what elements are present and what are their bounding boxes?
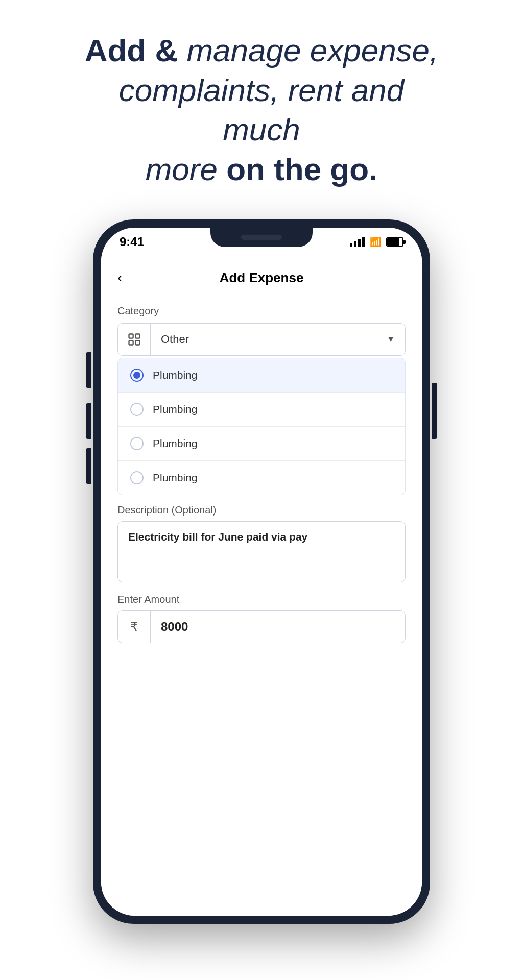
volume-up-button xyxy=(86,403,91,439)
svg-rect-2 xyxy=(129,340,133,345)
volume-down-button xyxy=(86,448,91,484)
description-label: Description (Optional) xyxy=(117,504,406,516)
category-label: Category xyxy=(117,305,406,317)
hero-bold-text: Add & xyxy=(85,33,178,68)
radio-label-1: Plumbing xyxy=(153,369,198,381)
radio-option-3[interactable]: Plumbing xyxy=(118,427,405,461)
page-title: Add Expense xyxy=(220,270,304,286)
hero-line3: more on the go. xyxy=(83,150,440,189)
hero-line2: complaints, rent and much xyxy=(83,70,440,150)
amount-value: 8000 xyxy=(151,620,198,634)
category-dropdown-list: Plumbing Plumbing Plumbing Plumb xyxy=(117,358,406,495)
wifi-icon: 📶 xyxy=(370,236,381,248)
form-area: Category Other xyxy=(101,295,422,643)
radio-option-1[interactable]: Plumbing xyxy=(118,358,405,393)
svg-rect-1 xyxy=(135,334,139,338)
notch-pill xyxy=(241,235,282,240)
radio-circle-3 xyxy=(130,437,144,450)
phone-mockup: 9:41 📶 ‹ xyxy=(93,219,430,924)
radio-inner-1 xyxy=(133,372,140,379)
volume-buttons xyxy=(86,403,91,484)
app-content: ‹ Add Expense Category xyxy=(101,256,422,916)
amount-label: Enter Amount xyxy=(117,594,406,605)
svg-rect-3 xyxy=(135,340,139,345)
description-field[interactable]: Electricity bill for June paid via pay xyxy=(117,521,406,582)
chevron-down-icon: ▼ xyxy=(387,335,395,344)
radio-circle-1 xyxy=(130,369,144,382)
app-header: ‹ Add Expense xyxy=(101,256,422,295)
hero-section: Add & manage expense, complaints, rent a… xyxy=(83,31,440,189)
radio-label-2: Plumbing xyxy=(153,403,198,415)
radio-option-2[interactable]: Plumbing xyxy=(118,393,405,427)
description-value: Electricity bill for June paid via pay xyxy=(128,531,307,543)
hero-italic-text: manage expense, xyxy=(178,33,438,68)
phone-screen: 9:41 📶 ‹ xyxy=(101,228,422,916)
category-icon-box xyxy=(118,324,151,355)
radio-circle-2 xyxy=(130,403,144,416)
phone-notch xyxy=(210,228,313,247)
signal-icon xyxy=(350,237,365,247)
grid-icon xyxy=(127,332,141,347)
phone-outer-shell: 9:41 📶 ‹ xyxy=(93,219,430,924)
radio-label-3: Plumbing xyxy=(153,437,198,450)
status-time: 9:41 xyxy=(120,235,144,249)
hero-on-the-go: on the go. xyxy=(218,152,377,187)
radio-circle-4 xyxy=(130,471,144,484)
amount-field[interactable]: ₹ 8000 xyxy=(117,610,406,643)
currency-symbol: ₹ xyxy=(118,611,151,643)
battery-icon xyxy=(386,237,403,247)
radio-option-4[interactable]: Plumbing xyxy=(118,461,405,495)
hero-line1: Add & manage expense, xyxy=(83,31,440,70)
hero-more-italic: more xyxy=(146,152,218,187)
category-dropdown[interactable]: Other ▼ xyxy=(117,323,406,356)
category-select-area[interactable]: Other ▼ xyxy=(151,324,405,355)
radio-label-4: Plumbing xyxy=(153,472,198,484)
category-selected-value: Other xyxy=(161,333,189,346)
status-icons: 📶 xyxy=(350,236,403,248)
svg-rect-0 xyxy=(129,334,133,338)
back-button[interactable]: ‹ xyxy=(117,271,122,285)
